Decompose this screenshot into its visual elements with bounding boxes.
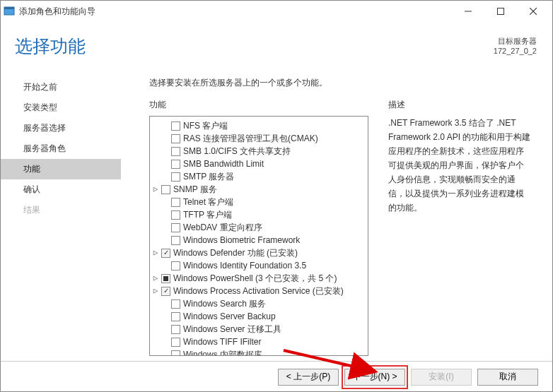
main-panel: 选择要安装在所选服务器上的一个或多个功能。 功能 NFS 客户端RAS 连接管理… (149, 77, 531, 354)
app-icon (4, 6, 15, 17)
feature-checkbox[interactable]: ✓ (161, 249, 170, 258)
feature-row[interactable]: Windows Server Backup (150, 310, 368, 323)
sidebar-step-2[interactable]: 服务器选择 (1, 118, 121, 138)
feature-row[interactable]: ▷✓Windows Defender 功能 (已安装) (150, 247, 368, 259)
feature-label: Telnet 客户端 (183, 196, 233, 208)
feature-row[interactable]: SMTP 服务器 (150, 170, 368, 183)
feature-checkbox[interactable] (171, 338, 180, 347)
feature-row[interactable]: ▷Windows PowerShell (3 个已安装，共 5 个) (150, 272, 368, 285)
feature-label: Windows Process Activation Service (已安装) (173, 285, 344, 297)
feature-checkbox[interactable] (171, 121, 180, 131)
feature-checkbox[interactable] (171, 261, 180, 271)
feature-label: Windows Identity Foundation 3.5 (183, 259, 306, 272)
feature-row[interactable]: ▷✓Windows Process Activation Service (已安… (150, 285, 368, 297)
feature-checkbox[interactable] (171, 210, 180, 220)
install-button: 安装(I) (411, 369, 472, 386)
feature-label: Windows PowerShell (3 个已安装，共 5 个) (173, 272, 337, 285)
feature-label: Windows Biometric Framework (183, 234, 300, 247)
sidebar-step-1[interactable]: 安装类型 (1, 97, 121, 118)
window-title: 添加角色和功能向导 (19, 6, 452, 18)
feature-row[interactable]: WebDAV 重定向程序 (150, 221, 368, 234)
feature-label: RAS 连接管理器管理工具包(CMAK) (183, 132, 318, 145)
feature-checkbox[interactable] (171, 223, 180, 232)
sidebar-step-5[interactable]: 确认 (1, 179, 121, 200)
feature-row[interactable]: Windows Biometric Framework (150, 234, 368, 247)
feature-row[interactable]: Windows Server 迁移工具 (150, 323, 368, 335)
description-column-title: 描述 (388, 99, 531, 111)
feature-checkbox[interactable] (171, 350, 180, 357)
minimize-button[interactable] (452, 1, 484, 22)
feature-label: SMB 1.0/CIFS 文件共享支持 (183, 145, 291, 158)
feature-checkbox[interactable] (171, 147, 180, 156)
sidebar-step-4[interactable]: 功能 (1, 159, 121, 179)
feature-label: Windows 内部数据库 (183, 348, 262, 356)
sidebar-step-3[interactable]: 服务器角色 (1, 138, 121, 159)
feature-row[interactable]: Telnet 客户端 (150, 196, 368, 208)
feature-label: Windows Search 服务 (183, 297, 266, 310)
expand-icon[interactable]: ▷ (151, 285, 160, 297)
page-heading: 选择功能 (15, 35, 86, 58)
feature-row[interactable]: SMB Bandwidth Limit (150, 158, 368, 170)
feature-row[interactable]: RAS 连接管理器管理工具包(CMAK) (150, 132, 368, 145)
target-server-name: 172_27_0_2 (494, 46, 537, 56)
feature-checkbox[interactable] (171, 236, 180, 245)
features-column-title: 功能 (149, 99, 368, 111)
wizard-footer: < 上一步(P) 下一步(N) > 安装(I) 取消 (1, 361, 552, 392)
feature-row[interactable]: Windows TIFF IFilter (150, 335, 368, 348)
description-text: .NET Framework 3.5 结合了 .NET Framework 2.… (388, 116, 531, 215)
feature-label: SMB Bandwidth Limit (183, 158, 264, 170)
feature-row[interactable]: Windows Search 服务 (150, 297, 368, 310)
feature-checkbox[interactable] (171, 312, 180, 321)
wizard-body: 选择功能 目标服务器 172_27_0_2 开始之前安装类型服务器选择服务器角色… (1, 22, 552, 361)
target-server-info: 目标服务器 172_27_0_2 (494, 36, 537, 56)
feature-row[interactable]: SMB 1.0/CIFS 文件共享支持 (150, 145, 368, 158)
feature-checkbox[interactable] (171, 198, 180, 207)
feature-label: SNMP 服务 (173, 183, 217, 196)
close-button[interactable] (517, 1, 549, 22)
feature-row[interactable]: NFS 客户端 (150, 119, 368, 132)
feature-checkbox[interactable] (171, 134, 180, 143)
feature-row[interactable]: TFTP 客户端 (150, 208, 368, 221)
features-listbox[interactable]: NFS 客户端RAS 连接管理器管理工具包(CMAK)SMB 1.0/CIFS … (149, 116, 368, 356)
feature-checkbox[interactable] (171, 325, 180, 334)
svg-rect-1 (4, 7, 14, 9)
feature-checkbox[interactable] (161, 185, 170, 194)
feature-label: Windows Defender 功能 (已安装) (173, 247, 298, 259)
feature-label: Windows Server 迁移工具 (183, 323, 281, 335)
feature-checkbox[interactable] (161, 274, 170, 283)
feature-label: Windows Server Backup (183, 310, 276, 323)
cancel-button[interactable]: 取消 (477, 369, 538, 386)
expand-icon[interactable]: ▷ (151, 272, 160, 285)
feature-label: SMTP 服务器 (183, 170, 234, 183)
maximize-button[interactable] (484, 1, 517, 22)
wizard-steps-sidebar: 开始之前安装类型服务器选择服务器角色功能确认结果 (1, 77, 121, 220)
feature-label: NFS 客户端 (183, 119, 228, 132)
expand-icon[interactable]: ▷ (151, 183, 160, 196)
feature-label: TFTP 客户端 (183, 208, 232, 221)
expand-icon[interactable]: ▷ (151, 247, 160, 259)
target-server-label: 目标服务器 (494, 36, 537, 46)
svg-rect-3 (498, 8, 504, 15)
feature-row[interactable]: Windows Identity Foundation 3.5 (150, 259, 368, 272)
next-button[interactable]: 下一步(N) > (344, 369, 405, 386)
feature-checkbox[interactable] (171, 299, 180, 309)
sidebar-step-6: 结果 (1, 200, 121, 220)
previous-button[interactable]: < 上一步(P) (278, 369, 339, 386)
feature-checkbox[interactable]: ✓ (161, 287, 170, 296)
feature-row[interactable]: ▷SNMP 服务 (150, 183, 368, 196)
feature-label: Windows TIFF IFilter (183, 335, 261, 348)
feature-checkbox[interactable] (171, 160, 180, 169)
feature-checkbox[interactable] (171, 172, 180, 182)
feature-label: WebDAV 重定向程序 (183, 221, 262, 234)
titlebar: 添加角色和功能向导 (1, 1, 552, 22)
instruction-text: 选择要安装在所选服务器上的一个或多个功能。 (149, 77, 531, 89)
sidebar-step-0[interactable]: 开始之前 (1, 77, 121, 97)
feature-row[interactable]: Windows 内部数据库 (150, 348, 368, 356)
